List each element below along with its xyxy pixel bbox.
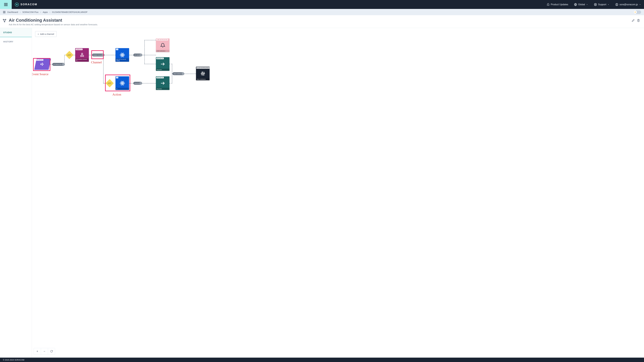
condition-expr: payload.t... xyxy=(67,55,72,56)
svg-point-30 xyxy=(4,21,5,22)
node-webhook[interactable]: WEBHOOK Get weather forecast fro... xyxy=(75,48,89,62)
svg-line-10 xyxy=(596,5,596,5)
svg-point-35 xyxy=(82,55,84,57)
svg-point-33 xyxy=(42,65,43,65)
connector xyxy=(144,55,145,64)
svg-point-19 xyxy=(635,12,636,12)
channel-pill-ac-setting[interactable]: AC setting xyxy=(133,53,142,56)
svg-line-11 xyxy=(596,4,596,4)
flow-canvas[interactable]: IOT DEVICE WEBHOOK Get weather forecast … xyxy=(32,28,644,358)
nav-region-dropdown[interactable]: Global xyxy=(571,3,591,6)
theme-toggle[interactable] xyxy=(634,10,641,14)
app-body: STUDIO HISTORY + Add a channel + − xyxy=(0,28,644,358)
svg-point-29 xyxy=(5,19,6,20)
node-ai-2[interactable]: AI AI xyxy=(116,76,129,90)
hamburger-icon xyxy=(4,2,8,7)
svg-point-50 xyxy=(204,72,204,72)
connector xyxy=(144,40,156,40)
breadcrumb-apps[interactable]: Apps xyxy=(43,11,48,13)
connector xyxy=(129,55,134,55)
breadcrumb-separator: › xyxy=(40,11,41,13)
node-iot-device[interactable]: IOT DEVICE xyxy=(34,59,51,70)
node-footer: AI xyxy=(116,88,129,90)
nav-support-dropdown[interactable]: Support xyxy=(591,3,612,6)
theme-toggle-knob xyxy=(634,10,637,14)
chevron-down-icon xyxy=(608,3,610,5)
pill-label: Weather forecast xyxy=(93,54,102,56)
connector xyxy=(142,83,156,83)
breadcrumb-bar: Dashboard › SORACOM Flux › Apps › 012345… xyxy=(0,9,644,15)
svg-point-8 xyxy=(595,4,596,5)
brand-logo-icon xyxy=(15,2,19,7)
footer: © 2015-2024 SORACOM xyxy=(0,358,644,362)
breadcrumb-flux[interactable]: SORACOM Flux xyxy=(22,11,38,13)
svg-rect-16 xyxy=(4,11,5,12)
connector xyxy=(172,64,172,73)
svg-rect-18 xyxy=(4,12,5,13)
condition-node-1[interactable]: Conditionpayload.t... xyxy=(65,51,74,59)
nav-user-dropdown[interactable]: sora@soracom.jp xyxy=(612,3,644,6)
connector xyxy=(103,55,104,83)
pill-label: IoT Device Cha... xyxy=(54,64,62,65)
svg-rect-45 xyxy=(202,71,203,73)
channel-pill-weather[interactable]: Weather forecast xyxy=(92,53,104,56)
node-ai-gpt4o[interactable]: AI Ask GPT-4o for AC setting xyxy=(116,48,129,62)
annotation-label-event-source: Event Source xyxy=(32,72,48,76)
nav-user-email: sora@soracom.jp xyxy=(620,3,638,6)
life-ring-icon xyxy=(594,3,597,6)
node-republish-1[interactable]: REPUBLISH Republish xyxy=(156,57,170,71)
svg-point-49 xyxy=(201,72,202,72)
page-subtitle: Ask the AI for the best AC setting tempe… xyxy=(9,23,98,26)
footer-copyright: © 2015-2024 SORACOM xyxy=(3,359,24,361)
channel-pill-republish[interactable]: Republish xyxy=(133,82,142,85)
nav-region-label: Global xyxy=(578,3,585,6)
condition-expr: payload.t... xyxy=(108,83,112,84)
breadcrumb-app-id: 0123456789ABCDEFGHIJKLMNOP xyxy=(52,11,88,13)
svg-point-4 xyxy=(16,4,18,5)
hamburger-menu-button[interactable] xyxy=(0,0,12,9)
node-slack-notification[interactable]: SLACK NOTIFICATION Slack Notification xyxy=(196,67,210,80)
tab-studio[interactable]: STUDIO xyxy=(0,28,32,37)
node-footer: Ask GPT-4o for AC setting xyxy=(116,58,129,62)
flow-canvas-wrap: + Add a channel + − xyxy=(32,28,644,358)
node-footer: LINE Notification xyxy=(156,50,170,52)
pill-label: Republish xyxy=(134,83,140,84)
annotation-label-channel: Channel xyxy=(91,60,102,64)
nav-product-updates[interactable]: Product Updates xyxy=(544,3,571,6)
connector xyxy=(129,83,134,83)
channel-pill-iot[interactable]: IoT Device Cha... xyxy=(52,63,65,66)
dashboard-icon xyxy=(3,11,6,13)
globe-icon xyxy=(574,3,577,6)
connector xyxy=(144,40,145,55)
svg-rect-17 xyxy=(3,12,4,13)
app-sidebar: STUDIO HISTORY xyxy=(0,28,32,358)
breadcrumb-separator: › xyxy=(20,11,20,13)
condition-node-2[interactable]: Conditionpayload.t... xyxy=(106,79,114,87)
nav-product-updates-label: Product Updates xyxy=(551,3,568,6)
svg-rect-15 xyxy=(3,11,4,12)
annotation-label-action: Action xyxy=(112,93,121,96)
svg-point-36 xyxy=(82,53,83,54)
delete-app-button[interactable] xyxy=(636,18,641,23)
brand-text: SORACOM xyxy=(20,3,37,6)
edit-app-button[interactable] xyxy=(630,18,636,23)
node-footer: Republish xyxy=(156,88,170,90)
sun-icon xyxy=(634,11,636,13)
svg-point-32 xyxy=(43,64,44,64)
svg-point-52 xyxy=(204,74,204,75)
brand[interactable]: SORACOM xyxy=(12,2,40,7)
pencil-icon xyxy=(632,19,635,22)
nav-support-label: Support xyxy=(598,3,606,6)
page-header: Air Conditioning Assistant Ask the AI fo… xyxy=(0,15,644,28)
chevron-down-icon xyxy=(639,3,641,5)
tab-history[interactable]: HISTORY xyxy=(0,37,32,46)
connector xyxy=(144,64,156,64)
node-line-notification[interactable]: LINE NOTIFICATION LINE Notification xyxy=(156,38,170,52)
channel-pill-slack[interactable]: Slack Notificat... xyxy=(172,72,184,75)
bell-icon xyxy=(547,3,550,6)
svg-rect-46 xyxy=(201,73,202,74)
breadcrumb-dashboard[interactable]: Dashboard xyxy=(7,11,18,13)
svg-point-37 xyxy=(122,54,123,55)
connector xyxy=(64,55,65,64)
node-republish-2[interactable]: REPUBLISH Republish xyxy=(156,76,170,90)
